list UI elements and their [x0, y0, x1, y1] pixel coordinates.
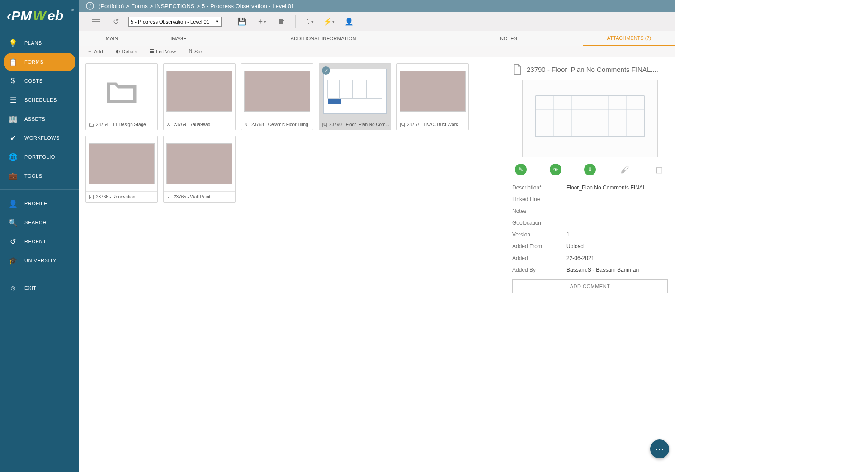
attachment-card-folder[interactable]: 23764 - 11 Design Stage [85, 63, 158, 130]
lightbulb-icon: 💡 [8, 39, 18, 47]
history-icon[interactable]: ↺ [108, 14, 123, 29]
breadcrumb-bar: i (Portfolio) > Forms > INSPECTIONS > 5 … [0, 0, 675, 12]
listview-button[interactable]: ☰List View [150, 48, 176, 54]
sidebar-item-portfolio[interactable]: 🌐PORTFOLIO [4, 148, 75, 166]
attachment-card[interactable]: 23767 - HVAC Duct Work [396, 63, 469, 130]
details-preview[interactable] [522, 80, 658, 157]
details-header: 23790 - Floor_Plan No Comments FINAL.... [512, 63, 668, 75]
sidebar-item-profile[interactable]: 👤PROFILE [4, 194, 75, 212]
field-value: 1 [566, 231, 668, 238]
sidebar-item-workflows[interactable]: ✔WORKFLOWS [4, 129, 75, 147]
card-label: 23769 - 7a8a9ead- [164, 119, 235, 130]
add-icon[interactable]: ＋▾ [255, 14, 269, 29]
divider [295, 15, 296, 28]
toggle-icon: ◐ [116, 48, 120, 54]
sidebar-item-plans[interactable]: 💡PLANS [4, 34, 75, 52]
building-icon: 🏢 [8, 115, 18, 123]
sidebar-item-exit[interactable]: ⎋EXIT [4, 279, 75, 297]
svg-rect-7 [167, 123, 171, 127]
thumb [397, 64, 468, 119]
list-toggle-icon[interactable] [89, 14, 103, 29]
field-notes: Notes [512, 205, 668, 217]
add-button[interactable]: ＋Add [87, 48, 103, 55]
exit-icon: ⎋ [8, 284, 18, 292]
tab-image[interactable]: IMAGE [145, 31, 212, 46]
image-icon [244, 122, 250, 127]
svg-rect-9 [245, 123, 249, 127]
svg-point-19 [401, 123, 402, 124]
tab-additional-information[interactable]: ADDITIONAL INFORMATION [212, 31, 434, 46]
print-icon[interactable]: 🖨▾ [302, 14, 316, 29]
card-label: 23790 - Floor_Plan No Com... [319, 119, 391, 130]
grad-icon: 🎓 [8, 256, 18, 265]
label: Add [94, 49, 103, 54]
thumb: ✓ [319, 64, 391, 119]
nav-label: EXIT [24, 285, 36, 291]
nav-primary: 💡PLANS 📋FORMS $COSTS ☰SCHEDULES 🏢ASSETS … [0, 31, 79, 188]
action-icon[interactable]: ⚡▾ [322, 14, 336, 29]
sidebar-item-assets[interactable]: 🏢ASSETS [4, 110, 75, 128]
breadcrumb-inspections[interactable]: INSPECTIONS [155, 3, 194, 9]
nav-label: TOOLS [24, 173, 42, 179]
folder-icon [89, 122, 94, 127]
brush-action-icon[interactable]: 🖌 [619, 164, 631, 175]
field-key: Linked Line [512, 196, 566, 203]
card-label: 23766 - Renovation [86, 191, 157, 202]
card-label-text: 23769 - 7a8a9ead- [174, 122, 212, 127]
field-key: Added By [512, 267, 566, 273]
thumb [86, 136, 157, 191]
sidebar-item-costs[interactable]: $COSTS [4, 72, 75, 90]
tab-notes[interactable]: NOTES [434, 31, 583, 46]
nav-label: RECENT [24, 239, 46, 244]
field-value [566, 220, 668, 226]
user-icon[interactable]: 👤 [342, 14, 356, 29]
sidebar-item-tools[interactable]: 💼TOOLS [4, 167, 75, 185]
clipboard-icon: 📋 [8, 58, 18, 66]
details-toggle[interactable]: ◐Details [116, 48, 137, 54]
download-action-icon[interactable]: ⬇ [584, 164, 596, 175]
avatar-icon: 👤 [8, 199, 18, 208]
dropdown-value: 5 - Progress Observation - Level 01 [131, 19, 209, 24]
edit-action-icon[interactable]: ✎ [515, 164, 527, 175]
add-comment-button[interactable]: ADD COMMENT [512, 279, 668, 293]
attachment-card[interactable]: 23765 - Wall Paint [163, 136, 236, 203]
sidebar-item-forms[interactable]: 📋FORMS [4, 53, 75, 71]
sep: > [126, 3, 129, 9]
attachment-card-selected[interactable]: ✓ 23790 - Floor_Plan No Com... [319, 63, 391, 130]
frame-action-icon[interactable]: ◻ [653, 164, 665, 175]
divider [228, 15, 228, 28]
sidebar-item-university[interactable]: 🎓UNIVERSITY [4, 251, 75, 269]
record-dropdown[interactable]: 5 - Progress Observation - Level 01 ▼ [128, 17, 222, 27]
field-value [566, 196, 668, 203]
floorplan-preview [323, 69, 387, 114]
delete-icon[interactable]: 🗑 [274, 14, 289, 29]
thumb [164, 136, 235, 191]
sort-button[interactable]: ⇅Sort [189, 48, 203, 54]
tab-main[interactable]: MAIN [79, 31, 145, 46]
view-action-icon[interactable]: 👁 [550, 164, 561, 175]
attachment-card[interactable]: 23766 - Renovation [85, 136, 158, 203]
tab-attachments[interactable]: ATTACHMENTS (7) [583, 31, 675, 46]
attachment-card[interactable]: 23769 - 7a8a9ead- [163, 63, 236, 130]
field-key: Notes [512, 208, 566, 214]
thumb [241, 64, 313, 119]
field-added-by: Added ByBassam.S - Bassam Samman [512, 264, 668, 276]
sidebar-item-schedules[interactable]: ☰SCHEDULES [4, 91, 75, 109]
breadcrumb-portfolio[interactable]: (Portfolio) [99, 3, 124, 9]
label: List View [156, 49, 176, 54]
nav-label: WORKFLOWS [24, 135, 60, 141]
card-label: 23767 - HVAC Duct Work [397, 119, 468, 130]
image-preview [166, 143, 232, 184]
field-version: Version1 [512, 229, 668, 241]
breadcrumb-forms[interactable]: Forms [131, 3, 148, 9]
info-icon[interactable]: i [86, 2, 94, 10]
save-icon[interactable]: 💾 [235, 14, 249, 29]
image-preview [400, 71, 466, 112]
sidebar-item-search[interactable]: 🔍SEARCH [4, 213, 75, 231]
card-label-text: 23764 - 11 Design Stage [96, 122, 146, 127]
attachment-card[interactable]: 23768 - Ceramic Floor Tiling [241, 63, 313, 130]
svg-rect-22 [167, 195, 171, 199]
nav-secondary: 👤PROFILE 🔍SEARCH ↺RECENT 🎓UNIVERSITY [0, 192, 79, 272]
sidebar-item-recent[interactable]: ↺RECENT [4, 232, 75, 250]
divider [0, 189, 79, 190]
